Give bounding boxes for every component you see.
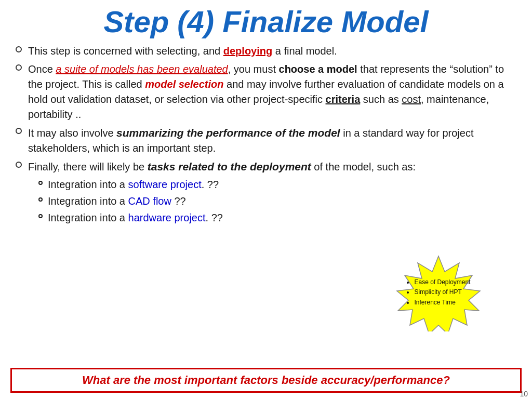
hardware-link: hardware project (128, 212, 206, 223)
starburst-item-3: Inference Time (414, 298, 470, 308)
starburst-container: Ease of Deployment Simplicity of HPT Inf… (387, 254, 506, 337)
choose-model-text: choose a model (279, 63, 357, 75)
sub-bullet-2: Integration into a CAD flow ?? (38, 194, 516, 209)
bullet-text-4: Finally, there will likely be tasks rela… (28, 159, 516, 227)
content-area: This step is concerned with selecting, a… (16, 44, 516, 227)
bottom-question-box: What are the most important factors besi… (10, 368, 522, 393)
sub-text-3: Integration into a hardware project. ?? (48, 210, 223, 225)
software-link: software project (128, 179, 202, 190)
starburst-list: Ease of Deployment Simplicity of HPT Inf… (406, 277, 470, 308)
sub-circle-3 (38, 214, 43, 218)
bullet-circle-3 (16, 128, 22, 134)
tasks-deployment-text: tasks related to the deployment (148, 161, 311, 172)
bullet-item-2: Once a suite of models has been evaluate… (16, 62, 516, 122)
summarizing-text: summarizing the performance of the model (116, 127, 340, 139)
starburst: Ease of Deployment Simplicity of HPT Inf… (387, 254, 490, 331)
sub-bullet-3: Integration into a hardware project. ?? (38, 210, 516, 225)
bullet-circle-4 (16, 162, 22, 168)
page-number: 10 (520, 390, 528, 398)
slide-title: Step (4) Finalize Model (16, 5, 516, 38)
deploying-text: deploying (223, 45, 272, 57)
sub-bullet-1: Integration into a software project. ?? (38, 177, 516, 192)
model-selection-text: model selection (145, 78, 223, 90)
bottom-question-text: What are the most important factors besi… (19, 374, 513, 387)
bullet-item-4: Finally, there will likely be tasks rela… (16, 159, 516, 227)
criteria-text: criteria (326, 94, 361, 105)
sub-circle-1 (38, 181, 43, 185)
starburst-text: Ease of Deployment Simplicity of HPT Inf… (398, 272, 478, 313)
bullet-circle-1 (16, 46, 22, 52)
bullet-item-1: This step is concerned with selecting, a… (16, 44, 516, 59)
sub-bullets: Integration into a software project. ?? … (38, 177, 516, 225)
bullet-item-3: It may also involve summarizing the perf… (16, 125, 516, 156)
cad-link: CAD flow (128, 195, 171, 207)
cost-text: cost (402, 94, 421, 105)
starburst-item-2: Simplicity of HPT (414, 287, 470, 297)
starburst-item-1: Ease of Deployment (414, 277, 470, 287)
bullet-text-3: It may also involve summarizing the perf… (28, 125, 516, 156)
slide: Step (4) Finalize Model This step is con… (0, 0, 532, 399)
bullet-circle-2 (16, 64, 22, 71)
suite-models-text: a suite of models has been evaluated (56, 63, 228, 75)
sub-text-2: Integration into a CAD flow ?? (48, 194, 186, 209)
bullet-text-1: This step is concerned with selecting, a… (28, 44, 516, 59)
bullet-text-2: Once a suite of models has been evaluate… (28, 62, 516, 122)
sub-circle-2 (38, 197, 43, 202)
sub-text-1: Integration into a software project. ?? (48, 177, 219, 192)
